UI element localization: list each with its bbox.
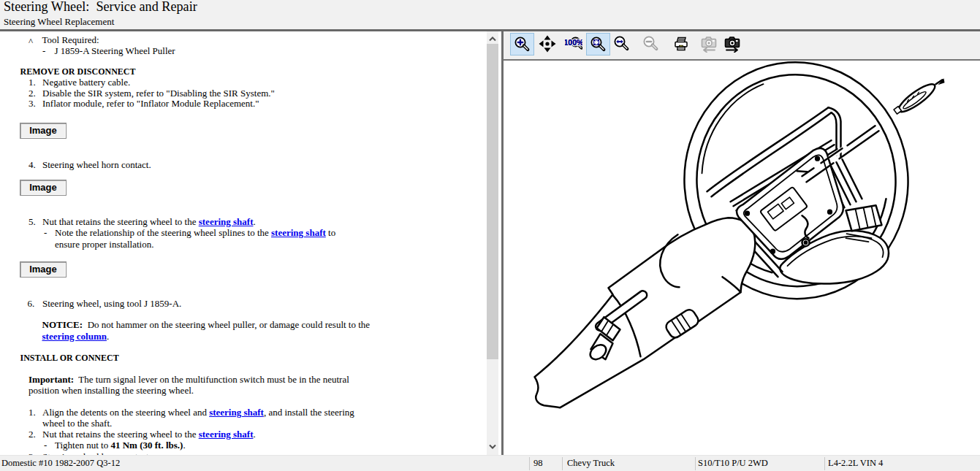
- svg-text:100%: 100%: [565, 37, 582, 46]
